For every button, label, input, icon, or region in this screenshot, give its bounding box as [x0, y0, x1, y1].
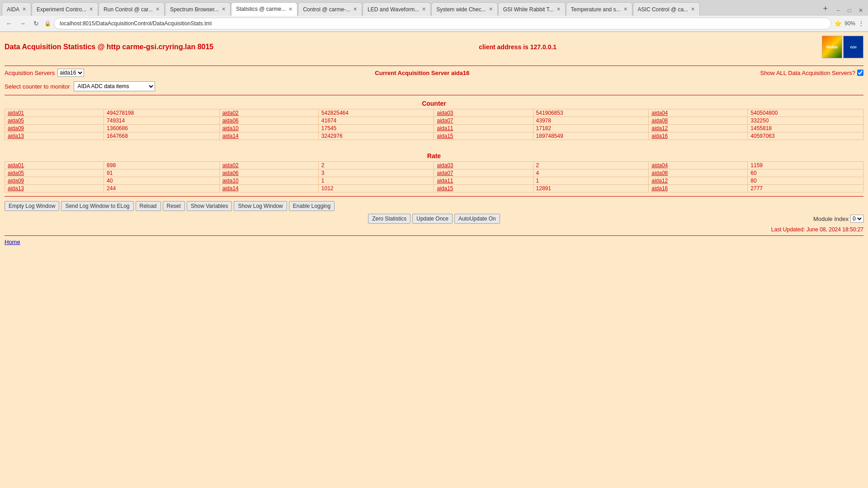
zero-statistics-button[interactable]: Zero Statistics	[368, 214, 410, 224]
browser-tab[interactable]: Control @ carme-...✕	[298, 2, 362, 16]
device-name-cell[interactable]: aida09	[5, 125, 104, 132]
device-name-cell[interactable]: aida06	[219, 169, 318, 177]
device-value-cell: 1	[533, 177, 649, 185]
device-name-cell[interactable]: aida07	[434, 169, 533, 177]
device-name-cell[interactable]: aida03	[434, 162, 533, 169]
auto-update-button[interactable]: AutoUpdate On	[454, 214, 500, 224]
device-value-cell: 17182	[533, 125, 649, 132]
browser-tab[interactable]: Temperature and s...✕	[566, 2, 632, 16]
device-name-cell[interactable]: aida11	[434, 177, 533, 185]
send-log-button[interactable]: Send Log Window to ELog	[61, 201, 133, 211]
device-name-cell[interactable]: aida04	[649, 109, 748, 117]
browser-tab[interactable]: Statistics @ carme...✕	[231, 2, 297, 16]
browser-tab[interactable]: LED and Waveform...✕	[363, 2, 431, 16]
device-value-cell: 542825464	[318, 109, 434, 117]
table-row: aida13244aida141012aida1512891aida162777	[5, 185, 863, 192]
tab-close-icon[interactable]: ✕	[156, 6, 160, 12]
tab-close-icon[interactable]: ✕	[222, 6, 226, 12]
empty-log-button[interactable]: Empty Log Window	[5, 201, 59, 211]
minimize-button[interactable]: −	[833, 5, 844, 16]
tab-close-icon[interactable]: ✕	[557, 6, 561, 12]
device-value-cell: 40	[104, 177, 220, 185]
device-name-cell[interactable]: aida01	[5, 109, 104, 117]
tab-close-icon[interactable]: ✕	[22, 6, 26, 12]
forward-button[interactable]: →	[17, 18, 28, 29]
device-name-cell[interactable]: aida14	[219, 185, 318, 192]
device-name-cell[interactable]: aida08	[649, 117, 748, 125]
address-bar[interactable]	[54, 18, 831, 29]
reload-page-button[interactable]: Reload	[136, 201, 161, 211]
device-value-cell: 541906853	[533, 109, 649, 117]
update-once-button[interactable]: Update Once	[412, 214, 453, 224]
device-name-cell[interactable]: aida10	[219, 125, 318, 132]
show-log-button[interactable]: Show Log Window	[234, 201, 287, 211]
browser-tab[interactable]: AIDA✕	[2, 2, 31, 16]
browser-tab[interactable]: System wide Chec...✕	[431, 2, 497, 16]
new-tab-button[interactable]: +	[818, 2, 832, 16]
device-name-cell[interactable]: aida06	[219, 117, 318, 125]
browser-tab[interactable]: ASIC Control @ ca...✕	[633, 2, 700, 16]
device-name-cell[interactable]: aida02	[219, 162, 318, 169]
device-name-cell[interactable]: aida15	[434, 132, 533, 140]
device-value-cell: 898	[104, 162, 220, 169]
device-name-cell[interactable]: aida05	[5, 117, 104, 125]
tab-bar: AIDA✕Experiment Contro...✕Run Control @ …	[0, 0, 868, 16]
device-value-cell: 3	[318, 169, 434, 177]
tab-close-icon[interactable]: ✕	[288, 6, 292, 12]
show-variables-button[interactable]: Show Variables	[187, 201, 232, 211]
device-value-cell: 494278198	[104, 109, 220, 117]
reload-button[interactable]: ↻	[31, 18, 42, 29]
back-button[interactable]: ←	[4, 18, 14, 29]
tab-close-icon[interactable]: ✕	[353, 6, 357, 12]
device-name-cell[interactable]: aida03	[434, 109, 533, 117]
device-name-cell[interactable]: aida08	[649, 169, 748, 177]
device-name-cell[interactable]: aida13	[5, 132, 104, 140]
browser-tab[interactable]: Run Control @ car...✕	[99, 2, 165, 16]
device-name-cell[interactable]: aida09	[5, 177, 104, 185]
device-value-cell: 1159	[748, 162, 863, 169]
device-value-cell: 1	[318, 177, 434, 185]
table-row: aida01494278198aida02542825464aida035419…	[5, 109, 863, 117]
maximize-button[interactable]: □	[844, 5, 855, 16]
device-name-cell[interactable]: aida15	[434, 185, 533, 192]
device-name-cell[interactable]: aida13	[5, 185, 104, 192]
tab-close-icon[interactable]: ✕	[89, 6, 93, 12]
device-name-cell[interactable]: aida04	[649, 162, 748, 169]
device-name-cell[interactable]: aida10	[219, 177, 318, 185]
enable-logging-button[interactable]: Enable Logging	[289, 201, 335, 211]
tab-close-icon[interactable]: ✕	[422, 6, 426, 12]
reset-button[interactable]: Reset	[163, 201, 185, 211]
server-row: Acquisition Servers aida16 Current Acqui…	[5, 69, 863, 77]
device-name-cell[interactable]: aida16	[649, 185, 748, 192]
device-name-cell[interactable]: aida05	[5, 169, 104, 177]
home-link[interactable]: Home	[5, 239, 20, 245]
table-row: aida01898aida022aida032aida041159	[5, 162, 863, 169]
device-value-cell: 1360686	[104, 125, 220, 132]
tab-close-icon[interactable]: ✕	[623, 6, 627, 12]
module-index-label: Module Index	[813, 216, 849, 222]
device-name-cell[interactable]: aida12	[649, 177, 748, 185]
page-title: Data Acquisition Statistics @ http carme…	[5, 43, 213, 51]
counter-select[interactable]: AIDA ADC data items	[74, 81, 155, 91]
device-name-cell[interactable]: aida11	[434, 125, 533, 132]
show-all-checkbox[interactable]	[857, 70, 863, 76]
browser-tab[interactable]: Spectrum Browser...✕	[165, 2, 231, 16]
tab-close-icon[interactable]: ✕	[489, 6, 493, 12]
server-select[interactable]: aida16	[57, 69, 84, 77]
browser-tab[interactable]: Experiment Contro...✕	[32, 2, 98, 16]
module-index-row: Module Index 0	[577, 215, 863, 223]
device-name-cell[interactable]: aida12	[649, 125, 748, 132]
counter-section-header: Counter	[5, 98, 863, 109]
device-name-cell[interactable]: aida02	[219, 109, 318, 117]
close-button[interactable]: ✕	[855, 5, 866, 16]
device-name-cell[interactable]: aida16	[649, 132, 748, 140]
device-value-cell: 4	[533, 169, 649, 177]
device-name-cell[interactable]: aida14	[219, 132, 318, 140]
module-index-select[interactable]: 0	[850, 215, 863, 223]
tab-close-icon[interactable]: ✕	[691, 6, 695, 12]
acquisition-servers-label: Acquisition Servers	[5, 70, 55, 76]
browser-tab[interactable]: GSI White Rabbit T...✕	[498, 2, 566, 16]
device-value-cell: 540504800	[748, 109, 863, 117]
device-name-cell[interactable]: aida01	[5, 162, 104, 169]
device-name-cell[interactable]: aida07	[434, 117, 533, 125]
